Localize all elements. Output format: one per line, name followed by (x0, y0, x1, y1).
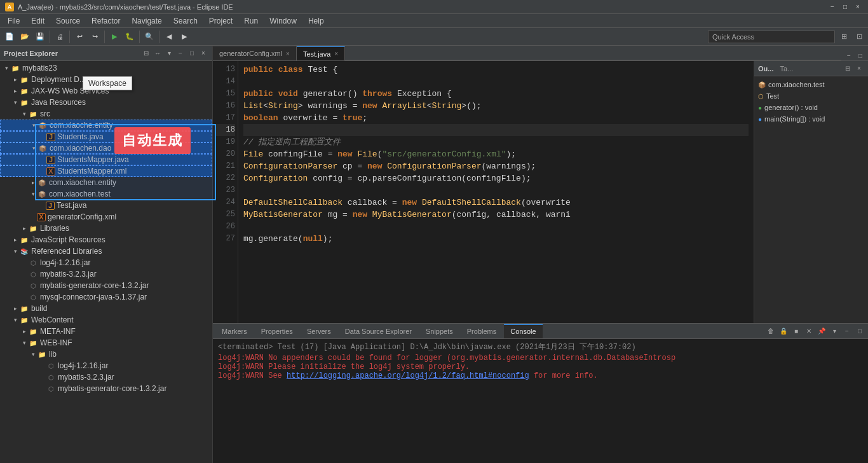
new-button[interactable]: 📄 (3, 30, 17, 44)
perspective-button[interactable]: ⊞ (837, 31, 850, 43)
tree-arrow-icon: ▸ (11, 88, 19, 94)
tree-item-label: lib (49, 350, 57, 359)
minimize-button[interactable]: − (827, 2, 837, 12)
outline-item[interactable]: ⬡Test (757, 90, 865, 102)
menu-edit[interactable]: Edit (26, 15, 50, 27)
menu-run[interactable]: Run (239, 15, 263, 27)
outline-item[interactable]: 📦com.xiaochen.test (757, 79, 865, 90)
open-perspective-button[interactable]: ⊡ (853, 31, 865, 43)
console-remove-button[interactable]: ✕ (803, 326, 815, 337)
tree-item[interactable]: ▸📁JavaScript Resources (0, 234, 212, 245)
search-button[interactable]: 🔍 (142, 30, 156, 44)
tree-item[interactable]: ⬡mysql-connector-java-5.1.37.jar (0, 291, 212, 303)
tab-servers[interactable]: Servers (301, 324, 337, 338)
tree-item[interactable]: ▾📁lib (0, 349, 212, 360)
menu-help[interactable]: Help (303, 15, 329, 27)
tab-snippets[interactable]: Snippets (419, 324, 459, 338)
tree-item[interactable]: ▸📁Libraries (0, 223, 212, 234)
minimize-panel-button[interactable]: − (175, 48, 186, 59)
explorer-menu-button[interactable]: ▾ (164, 48, 174, 59)
menu-project[interactable]: Project (204, 15, 238, 27)
save-button[interactable]: 💾 (33, 30, 47, 44)
maximize-editor-button[interactable]: □ (855, 50, 865, 60)
code-token: ( (377, 149, 383, 159)
menu-window[interactable]: Window (264, 15, 302, 27)
console-terminate-button[interactable]: ■ (790, 326, 802, 337)
maximize-button[interactable]: □ (840, 2, 850, 12)
tree-item[interactable]: ▾📦com.xiaochen.test (0, 188, 212, 200)
tab-data-source[interactable]: Data Source Explorer (339, 324, 418, 338)
console-pin-button[interactable]: 📌 (816, 326, 827, 337)
debug-button[interactable]: 🐛 (123, 30, 137, 44)
tree-item[interactable]: ▾📁WebContent (0, 314, 212, 326)
collapse-all-button[interactable]: ⊟ (141, 48, 151, 59)
menu-refactor[interactable]: Refactor (86, 15, 125, 27)
close-panel-button[interactable]: × (198, 48, 208, 59)
console-maximize-button[interactable]: □ (854, 326, 865, 337)
tab-console[interactable]: Console (504, 324, 542, 338)
line-number: 19 (215, 136, 235, 148)
console-clear-button[interactable]: 🗑 (765, 326, 776, 337)
menu-navigate[interactable]: Navigate (126, 15, 166, 27)
editor-scroll-area[interactable]: 131415161718192021222324252627 public cl… (213, 61, 754, 323)
tab-properties[interactable]: Properties (255, 324, 299, 338)
right-side: generatorConfig.xml × Test.java × − □ 1 (213, 46, 868, 463)
tree-item[interactable]: ▸📁META-INF (0, 326, 212, 337)
menu-search[interactable]: Search (168, 15, 203, 27)
console-link[interactable]: http://logging.apache.org/log4j/1.2/faq.… (287, 371, 529, 380)
menu-file[interactable]: File (3, 15, 25, 27)
tab-test-java[interactable]: Test.java × (297, 46, 345, 60)
tree-item[interactable]: XgeneratorConfig.xml (0, 211, 212, 223)
menu-source[interactable]: Source (51, 15, 85, 27)
tree-item[interactable]: JTest.java (0, 200, 212, 211)
tab-markers[interactable]: Markers (215, 324, 254, 338)
close-tab-test[interactable]: × (334, 50, 338, 57)
tree-item[interactable]: XStudentsMapper.xml (0, 165, 212, 177)
redo-button[interactable]: ↪ (88, 30, 102, 44)
console-minimize-button[interactable]: − (841, 326, 853, 337)
tree-item[interactable]: ▾📁mybatis23 (0, 62, 212, 74)
tab-generator-config[interactable]: generatorConfig.xml × (213, 46, 297, 60)
code-token: new (337, 149, 352, 159)
outline-collapse-button[interactable]: ⊟ (843, 64, 853, 74)
tree-item[interactable]: ⬡mybatis-3.2.3.jar (0, 268, 212, 280)
undo-button[interactable]: ↩ (72, 30, 86, 44)
close-tab-generator[interactable]: × (286, 50, 290, 57)
tree-item[interactable]: JStudentsMapper.java (0, 154, 212, 165)
tree-item[interactable]: ▾📁WEB-INF (0, 337, 212, 349)
outline-item-label: Test (766, 92, 779, 100)
minimize-editor-button[interactable]: − (844, 50, 854, 60)
tree-item[interactable]: ⬡log4j-1.2.16.jar (0, 360, 212, 371)
tree-item[interactable]: ▾📁src (0, 108, 212, 120)
tree-item-label: com.xiaochen.dao (50, 144, 111, 153)
maximize-panel-button[interactable]: □ (187, 48, 197, 59)
print-button[interactable]: 🖨 (53, 30, 67, 44)
line-number: 16 (215, 100, 235, 112)
outline-item-icon: 📦 (758, 81, 766, 88)
console-view-menu[interactable]: ▾ (829, 326, 840, 337)
tab-problems[interactable]: Problems (461, 324, 503, 338)
tree-item[interactable]: ⬡mybatis-3.2.3.jar (0, 371, 212, 383)
console-scroll-lock-button[interactable]: 🔒 (778, 326, 789, 337)
open-button[interactable]: 📂 (18, 30, 32, 44)
quick-access-input[interactable]: Quick Access (708, 31, 835, 43)
forward-button[interactable]: ▶ (177, 30, 191, 44)
tree-item[interactable]: ▾📚Referenced Libraries (0, 245, 212, 257)
code-token: File (243, 149, 263, 159)
tree-item[interactable]: ▸📦com.xiaochen.entity (0, 177, 212, 188)
close-button[interactable]: × (853, 2, 863, 12)
code-token: MyBatisGenerator (243, 210, 323, 219)
tree-item[interactable]: ⬡mybatis-generator-core-1.3.2.jar (0, 280, 212, 291)
back-button[interactable]: ◀ (162, 30, 176, 44)
outline-close-button[interactable]: × (854, 64, 864, 74)
code-area[interactable]: public class Test { public void generato… (238, 61, 754, 323)
outline-item[interactable]: ●main(String[]) : void (757, 113, 865, 125)
tree-item[interactable]: ▾📁Java Resources (0, 97, 212, 108)
tree-item[interactable]: ⬡log4j-1.2.16.jar (0, 257, 212, 268)
outline-item[interactable]: ●generator() : void (757, 102, 865, 113)
tree-item[interactable]: ▸📁build (0, 303, 212, 314)
link-editor-button[interactable]: ↔ (153, 48, 163, 59)
run-button[interactable]: ▶ (107, 30, 121, 44)
code-token: List (243, 101, 263, 111)
tree-item[interactable]: ⬡mybatis-generator-core-1.3.2.jar (0, 383, 212, 394)
